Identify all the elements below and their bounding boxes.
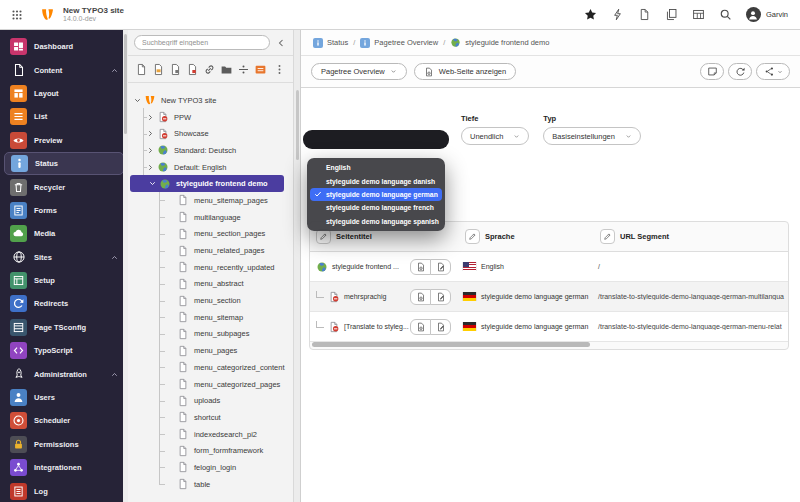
bookmark-star-icon[interactable] [584, 8, 597, 21]
tree-node[interactable]: menu_subpages [128, 326, 286, 343]
panel-resize-handle[interactable] [293, 30, 300, 502]
table-row[interactable]: [Translate to styleg... styleguide demo … [310, 312, 788, 342]
tree-node[interactable]: uploads [128, 392, 286, 409]
chevron-up-icon[interactable] [110, 66, 119, 75]
sidebar-item[interactable]: Setup [0, 269, 128, 292]
sidebar-item[interactable]: Media [0, 222, 128, 245]
dropdown-option[interactable]: styleguide demo language french [310, 201, 442, 214]
tree-node[interactable]: menu_recently_updated [128, 259, 286, 276]
edit-record-button[interactable] [430, 259, 451, 275]
dropdown-option[interactable]: styleguide demo language danish [310, 174, 442, 187]
tree-expander-icon[interactable] [166, 313, 175, 322]
tree-node[interactable]: felogin_login [128, 459, 286, 476]
tree-expander-icon[interactable] [166, 346, 175, 355]
sidebar-item[interactable]: Redirects [0, 292, 128, 315]
typo3-logo-icon[interactable] [40, 7, 55, 22]
tree-expander-icon[interactable] [148, 179, 157, 188]
edit-record-button[interactable] [430, 319, 451, 335]
tree-node[interactable]: indexedsearch_pi2 [128, 426, 286, 443]
tree-node[interactable]: menu_sitemap [128, 309, 286, 326]
tree-node[interactable]: Standard: Deutsch [128, 142, 286, 159]
sidebar-item[interactable]: Preview [0, 129, 128, 152]
dropdown-option[interactable]: styleguide demo language spanish [310, 215, 442, 228]
chevron-up-icon[interactable] [110, 370, 119, 379]
workspace-docs-icon[interactable] [665, 8, 678, 21]
depth-select[interactable]: Unendlich [461, 127, 529, 145]
view-record-button[interactable] [410, 289, 431, 305]
page-shortcut-icon[interactable] [169, 63, 182, 76]
sidebar-item[interactable]: Page TSconfig [0, 316, 128, 339]
sidebar-item[interactable]: List [0, 105, 128, 128]
tree-expander-icon[interactable] [166, 296, 175, 305]
chevron-up-icon[interactable] [110, 253, 119, 262]
tree-expander-icon[interactable] [133, 96, 142, 105]
sidebar-item[interactable]: Permissions [0, 433, 128, 456]
view-webpage-button[interactable]: Web-Seite anzeigen [414, 63, 516, 80]
tree-expander-icon[interactable] [166, 396, 175, 405]
collapse-tree-icon[interactable] [275, 37, 287, 49]
tree-expander-icon[interactable] [166, 246, 175, 255]
link-icon[interactable] [203, 63, 216, 76]
edit-column-button[interactable] [316, 229, 331, 244]
tree-node[interactable]: menu_section_pages [128, 226, 286, 243]
tree-node[interactable]: PPW [128, 109, 286, 126]
tree-expander-icon[interactable] [146, 129, 155, 138]
view-record-button[interactable] [410, 259, 431, 275]
tree-node[interactable]: menu_abstract [128, 276, 286, 293]
tree-node[interactable]: menu_pages [128, 342, 286, 359]
tree-expander-icon[interactable] [166, 480, 175, 489]
sidebar-scrollbar[interactable] [123, 30, 128, 502]
table-row[interactable]: mehrsprachig styleguide demo language ge… [310, 282, 788, 312]
tree-node[interactable]: shortcut [128, 409, 286, 426]
tree-expander-icon[interactable] [166, 380, 175, 389]
sidebar-item[interactable]: Integrationen [0, 456, 128, 479]
tree-expander-icon[interactable] [166, 413, 175, 422]
tree-node[interactable]: menu_section [128, 292, 286, 309]
table-row[interactable]: styleguide frontend ... English / [310, 252, 788, 282]
tree-node[interactable]: New TYPO3 site [128, 92, 286, 109]
folder-icon[interactable] [220, 63, 233, 76]
view-record-button[interactable] [410, 319, 431, 335]
module-select[interactable]: Pagetree Overview [311, 63, 407, 80]
horizontal-scrollbar[interactable] [312, 342, 786, 347]
page-mount-icon[interactable] [186, 63, 199, 76]
tree-node[interactable]: styleguide frontend demo [130, 175, 284, 192]
sidebar-item[interactable]: Recycler [0, 175, 128, 198]
sidebar-item[interactable]: Scheduler [0, 409, 128, 432]
page-image-icon[interactable] [152, 63, 165, 76]
site-info[interactable]: New TYPO3 site 14.0.0-dev [63, 6, 124, 23]
tree-node[interactable]: multilanguage [128, 209, 286, 226]
kebab-menu-icon[interactable] [274, 64, 285, 75]
sidebar-item[interactable]: Status [4, 152, 124, 175]
user-menu[interactable]: Garvin [746, 7, 788, 22]
edit-column-button[interactable] [600, 229, 615, 244]
modules-grid-icon[interactable] [10, 8, 24, 22]
tree-expander-icon[interactable] [146, 146, 155, 155]
sidebar-item[interactable]: Dashboard [0, 35, 128, 58]
search-icon[interactable] [719, 8, 732, 21]
sidebar-item[interactable]: Users [0, 386, 128, 409]
opened-documents-icon[interactable] [638, 8, 651, 21]
clear-cache-bolt-icon[interactable] [611, 8, 624, 21]
breadcrumb-item-status[interactable]: Status [313, 38, 348, 48]
tree-node[interactable]: form_formframework [128, 442, 286, 459]
sidebar-item[interactable]: Forms [0, 199, 128, 222]
tree-expander-icon[interactable] [166, 463, 175, 472]
breadcrumb-item-page[interactable]: styleguide frontend demo [450, 37, 549, 48]
sidebar-item[interactable]: TypoScript [0, 339, 128, 362]
system-information-icon[interactable] [692, 8, 705, 21]
share-button[interactable] [756, 63, 790, 80]
bookmark-button[interactable] [700, 63, 724, 80]
breadcrumb-item-pagetree-overview[interactable]: Pagetree Overview [360, 38, 438, 48]
tree-expander-icon[interactable] [166, 263, 175, 272]
tree-expander-icon[interactable] [166, 363, 175, 372]
tree-expander-icon[interactable] [166, 196, 175, 205]
tree-node[interactable]: Default: English [128, 159, 286, 176]
dropdown-option[interactable]: English [310, 161, 442, 174]
tree-expander-icon[interactable] [166, 430, 175, 439]
tree-expander-icon[interactable] [166, 446, 175, 455]
tree-node[interactable]: menu_related_pages [128, 242, 286, 259]
tree-node[interactable]: menu_sitemap_pages [128, 192, 286, 209]
language-select[interactable] [303, 130, 449, 149]
sysfolder-icon[interactable] [254, 63, 267, 76]
